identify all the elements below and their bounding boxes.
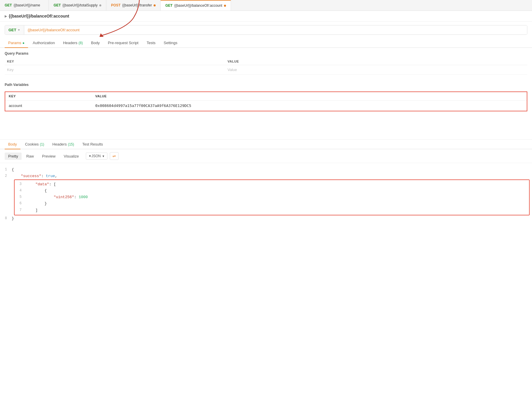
tab-headers[interactable]: Headers (8) — [60, 38, 86, 48]
tab-name-url: {{baseUrl}}/name — [14, 3, 40, 7]
url-input-row: GET ▼ — [5, 25, 527, 35]
json-brace-open: { — [12, 167, 530, 173]
json-brace-close: } — [12, 215, 530, 222]
json-line-5: 5 "uint256": 1000 — [15, 194, 529, 200]
tab-transfer-url: {{baseUrl}}/transfer — [122, 3, 152, 7]
wrap-icon: ⇌ — [112, 154, 116, 158]
resp-tab-test-results[interactable]: Test Results — [79, 140, 107, 149]
json-data-highlight: 3 "data": [ 4 { 5 "uint256": 1000 6 — [14, 179, 530, 215]
line-num-5: 5 — [17, 194, 26, 200]
resp-tab-headers[interactable]: Headers (15) — [49, 140, 77, 149]
query-params-empty-row: Key Value — [5, 65, 527, 75]
path-variables-table: KEY VALUE account 0x008604d4997a15a77f00… — [5, 91, 527, 111]
tab-name[interactable]: GET {{baseUrl}}/name — [0, 0, 49, 11]
tab-authorization[interactable]: Authorization — [29, 38, 58, 48]
tab-transfer[interactable]: POST {{baseUrl}}/transfer — [106, 0, 161, 11]
resp-test-results-label: Test Results — [82, 142, 103, 146]
json-line-1: 1 { — [0, 167, 532, 173]
tab-prerequest[interactable]: Pre-request Script — [104, 38, 142, 48]
tab-total-supply-dot — [99, 4, 101, 6]
response-tabs: Body Cookies (1) Headers (15) Test Resul… — [0, 140, 532, 149]
tab-balance-of[interactable]: GET {{baseUrl}}/balanceOf/:account — [161, 0, 231, 11]
method-chevron-icon: ▼ — [18, 28, 20, 32]
format-label: ⁕JSON — [88, 154, 101, 158]
breadcrumb-text: {{baseUrl}}/balanceOf/:account — [9, 14, 69, 18]
breadcrumb-arrow: ▶ — [5, 14, 7, 18]
tab-balance-of-dot — [224, 5, 226, 7]
tab-tests-label: Tests — [147, 41, 155, 45]
query-params-section: Query Params KEY VALUE Key Value — [0, 48, 532, 83]
json-line-6: 6 } — [15, 200, 529, 207]
line-num-8: 8 — [2, 215, 12, 221]
path-key-header: KEY — [5, 92, 92, 101]
tab-settings[interactable]: Settings — [160, 38, 181, 48]
json-line-4: 4 { — [15, 188, 529, 194]
json-response: 1 { 2 "success": true, 3 "data": [ 4 { — [0, 163, 532, 225]
tab-balance-of-url: {{baseUrl}}/balanceOf/:account — [174, 4, 222, 8]
tabs-row: GET {{baseUrl}}/name GET {{baseUrl}}/tot… — [0, 0, 532, 11]
path-value-account: 0x008604d4997a15a77f00CA37aA9f6A376E129D… — [92, 101, 527, 111]
method-select[interactable]: GET ▼ — [5, 25, 24, 34]
resp-tab-body[interactable]: Body — [5, 140, 20, 149]
format-select[interactable]: ⁕JSON ▼ — [86, 153, 107, 160]
resp-cookies-badge: (1) — [40, 142, 44, 146]
tab-body-label: Body — [91, 41, 100, 45]
resp-headers-badge: (15) — [68, 142, 74, 146]
path-variables-title: Path Variables — [0, 83, 532, 89]
tab-total-supply-url: {{baseUrl}}/totalSupply — [62, 3, 98, 7]
query-key-header: KEY — [5, 58, 225, 65]
view-visualize-button[interactable]: Visualize — [60, 153, 82, 160]
line-num-4: 4 — [17, 188, 26, 193]
query-value-placeholder: Value — [225, 65, 527, 75]
tab-name-method: GET — [5, 3, 12, 7]
response-section: Body Cookies (1) Headers (15) Test Resul… — [0, 139, 532, 225]
query-value-header: VALUE — [225, 58, 527, 65]
tab-authorization-label: Authorization — [33, 41, 55, 45]
line-num-3: 3 — [17, 181, 26, 187]
tab-total-supply-method: GET — [53, 3, 61, 7]
line-num-6: 6 — [17, 200, 26, 206]
url-input[interactable] — [24, 25, 527, 34]
view-raw-button[interactable]: Raw — [23, 153, 37, 160]
resp-tab-cookies[interactable]: Cookies (1) — [22, 140, 48, 149]
line-num-7: 7 — [17, 207, 26, 213]
view-preview-button[interactable]: Preview — [39, 153, 59, 160]
method-label: GET — [8, 28, 16, 32]
query-params-table: KEY VALUE Key Value — [5, 58, 527, 75]
tab-balance-of-method: GET — [165, 4, 173, 8]
resp-cookies-label: Cookies — [25, 142, 39, 146]
query-key-placeholder: Key — [5, 65, 225, 75]
tab-total-supply[interactable]: GET {{baseUrl}}/totalSupply — [49, 0, 106, 11]
breadcrumb: ▶ {{baseUrl}}/balanceOf/:account — [5, 14, 527, 18]
line-num-1: 1 — [2, 167, 12, 172]
json-line-2: 2 "success": true, — [0, 173, 532, 179]
tab-transfer-dot — [154, 4, 156, 6]
resp-body-label: Body — [8, 142, 17, 146]
json-success: "success": true, — [12, 173, 530, 179]
tab-params[interactable]: Params ● — [5, 38, 28, 48]
wrap-button[interactable]: ⇌ — [110, 152, 119, 160]
tab-settings-label: Settings — [164, 41, 178, 45]
tab-headers-label: Headers — [63, 41, 77, 45]
path-key-account: account — [5, 101, 92, 111]
tab-prerequest-label: Pre-request Script — [108, 41, 138, 45]
tab-params-badge: ● — [22, 41, 25, 45]
path-variable-row: account 0x008604d4997a15a77f00CA37aA9f6A… — [5, 101, 527, 111]
json-line-8: 8 } — [0, 215, 532, 222]
query-params-title: Query Params — [5, 51, 527, 56]
tab-body[interactable]: Body — [88, 38, 103, 48]
resp-headers-label: Headers — [52, 142, 67, 146]
tab-transfer-method: POST — [111, 3, 121, 7]
json-data-open: "data": [ — [26, 181, 527, 188]
json-object-open: { — [26, 188, 527, 194]
json-uint256: "uint256": 1000 — [26, 194, 527, 200]
json-array-close: ] — [26, 207, 527, 214]
spacer — [0, 116, 532, 128]
json-object-close: } — [26, 200, 527, 207]
tab-tests[interactable]: Tests — [143, 38, 159, 48]
tab-headers-badge: (8) — [79, 41, 83, 45]
path-variables-section: Path Variables KEY VALUE account 0x00860… — [0, 83, 532, 116]
view-pretty-button[interactable]: Pretty — [5, 153, 22, 160]
request-tabs: Params ● Authorization Headers (8) Body … — [0, 38, 532, 48]
body-controls: Pretty Raw Preview Visualize ⁕JSON ▼ ⇌ — [0, 149, 532, 163]
